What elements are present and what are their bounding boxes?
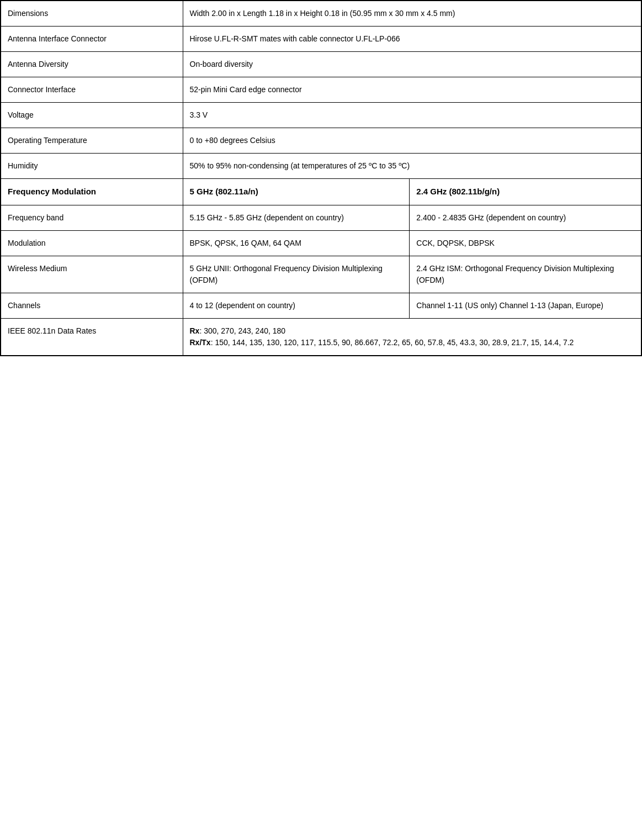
value-cell: 3.3 V (183, 103, 641, 128)
value-cell: 0 to +80 degrees Celsius (183, 128, 641, 154)
table-row: Wireless Medium5 GHz UNII: Orthogonal Fr… (1, 256, 641, 293)
label-cell: Frequency band (1, 205, 183, 230)
table-row: Antenna Interface ConnectorHirose U.FL-R… (1, 27, 641, 52)
col1-cell: BPSK, QPSK, 16 QAM, 64 QAM (183, 230, 410, 256)
col1-cell: 5.15 GHz - 5.85 GHz (dependent on countr… (183, 205, 410, 230)
table-row: IEEE 802.11n Data RatesRx: 300, 270, 243… (1, 318, 641, 356)
label-cell: Humidity (1, 154, 183, 179)
table-row: ModulationBPSK, QPSK, 16 QAM, 64 QAMCCK,… (1, 230, 641, 256)
header-col2-cell: 2.4 GHz (802.11b/g/n) (410, 179, 641, 205)
label-cell: Wireless Medium (1, 256, 183, 293)
table-row: Operating Temperature0 to +80 degrees Ce… (1, 128, 641, 154)
label-cell: Voltage (1, 103, 183, 128)
value-cell: On-board diversity (183, 52, 641, 77)
table-row: Humidity50% to 95% non-condensing (at te… (1, 154, 641, 179)
label-cell: IEEE 802.11n Data Rates (1, 318, 183, 356)
table-row: DimensionsWidth 2.00 in x Length 1.18 in… (1, 1, 641, 27)
table-row: Connector Interface52-pin Mini Card edge… (1, 77, 641, 103)
col2-cell: Channel 1-11 (US only) Channel 1-13 (Jap… (410, 293, 641, 318)
table-row: Channels4 to 12 (dependent on country)Ch… (1, 293, 641, 318)
header-label-cell: Frequency Modulation (1, 179, 183, 205)
header-col1-cell: 5 GHz (802.11a/n) (183, 179, 410, 205)
label-cell: Connector Interface (1, 77, 183, 103)
table-row: Frequency band5.15 GHz - 5.85 GHz (depen… (1, 205, 641, 230)
col2-cell: 2.400 - 2.4835 GHz (dependent on country… (410, 205, 641, 230)
label-cell: Operating Temperature (1, 128, 183, 154)
col2-cell: CCK, DQPSK, DBPSK (410, 230, 641, 256)
value-cell: Rx: 300, 270, 243, 240, 180Rx/Tx: 150, 1… (183, 318, 641, 356)
col1-cell: 4 to 12 (dependent on country) (183, 293, 410, 318)
label-cell: Modulation (1, 230, 183, 256)
label-cell: Antenna Diversity (1, 52, 183, 77)
value-cell: 50% to 95% non-condensing (at temperatur… (183, 154, 641, 179)
value-cell: 52-pin Mini Card edge connector (183, 77, 641, 103)
table-row: Frequency Modulation5 GHz (802.11a/n)2.4… (1, 179, 641, 205)
specs-table: DimensionsWidth 2.00 in x Length 1.18 in… (0, 0, 642, 356)
value-cell: Width 2.00 in x Length 1.18 in x Height … (183, 1, 641, 27)
label-cell: Channels (1, 293, 183, 318)
label-cell: Antenna Interface Connector (1, 27, 183, 52)
table-row: Antenna DiversityOn-board diversity (1, 52, 641, 77)
label-cell: Dimensions (1, 1, 183, 27)
table-row: Voltage3.3 V (1, 103, 641, 128)
col1-cell: 5 GHz UNII: Orthogonal Frequency Divisio… (183, 256, 410, 293)
col2-cell: 2.4 GHz ISM: Orthogonal Frequency Divisi… (410, 256, 641, 293)
value-cell: Hirose U.FL-R-SMT mates with cable conne… (183, 27, 641, 52)
